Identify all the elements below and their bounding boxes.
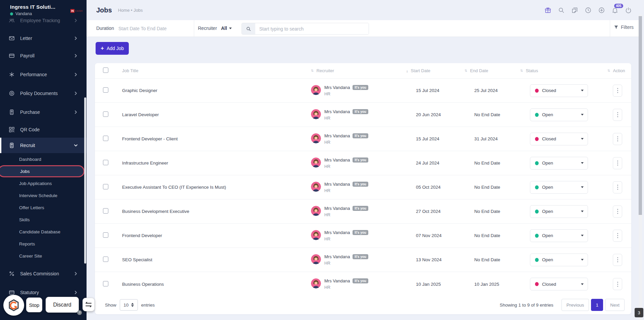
job-title[interactable]: Business Operations	[114, 282, 296, 287]
search-input[interactable]	[255, 23, 369, 34]
bell-icon[interactable]: 405	[611, 6, 619, 14]
row-checkbox[interactable]	[103, 160, 108, 165]
chevron-down-icon	[581, 162, 584, 164]
corner-badge[interactable]: 3	[635, 308, 643, 317]
notes-icon[interactable]	[571, 6, 578, 14]
job-title[interactable]: Laravel Developer	[114, 112, 296, 117]
submenu-item-jobs[interactable]: Jobs	[0, 165, 85, 177]
help-badge[interactable]: ?	[77, 310, 82, 315]
sidebar-item-recruit[interactable]: Recruit	[0, 138, 87, 153]
sidebar-scrollbar[interactable]	[84, 97, 86, 264]
job-title[interactable]: Infrastructure Engineer	[114, 161, 296, 166]
plus-circle-icon[interactable]	[598, 6, 605, 14]
power-icon[interactable]	[625, 6, 632, 14]
previous-page-button[interactable]: Previous	[561, 299, 589, 311]
row-actions-button[interactable]	[613, 157, 622, 169]
row-actions-button[interactable]	[613, 254, 622, 266]
submenu-item-skills[interactable]: Skills	[0, 214, 87, 226]
sidebar-item-qr-code[interactable]: QR Code	[0, 122, 87, 138]
next-page-button[interactable]: Next	[605, 299, 625, 311]
status-dropdown[interactable]: Open	[530, 254, 588, 266]
row-checkbox[interactable]	[103, 208, 108, 214]
row-actions-button[interactable]	[613, 205, 622, 218]
stop-button[interactable]: Stop	[26, 298, 42, 312]
column-start-date[interactable]: ↓Start Date	[400, 68, 459, 73]
row-actions-button[interactable]	[613, 181, 622, 193]
job-title[interactable]: Frontend Developer	[114, 233, 296, 238]
status-dropdown[interactable]: Closed	[530, 84, 588, 97]
submenu-item-offer-letters[interactable]: Offer Letters	[0, 201, 87, 214]
row-checkbox[interactable]	[103, 232, 108, 238]
job-title[interactable]: Executive Assistant To CEO (IT Experienc…	[114, 185, 296, 190]
status-dropdown[interactable]: Open	[530, 205, 588, 218]
row-checkbox[interactable]	[103, 281, 108, 286]
breadcrumb[interactable]: Home • Jobs	[118, 8, 143, 13]
sidebar-item-sales-commission[interactable]: Sales Commission	[0, 264, 87, 283]
swap-button[interactable]	[83, 298, 95, 311]
status-dropdown[interactable]: Open	[530, 157, 588, 170]
filters-button[interactable]: Filters	[614, 25, 634, 30]
sidebar-item-performance[interactable]: Performance	[0, 65, 87, 84]
submenu-item-reports[interactable]: Reports	[0, 238, 87, 250]
submenu-item-job-applications[interactable]: Job Applications	[0, 177, 87, 189]
avatar	[311, 278, 321, 288]
row-checkbox[interactable]	[103, 111, 108, 117]
status-dropdown[interactable]: Closed	[530, 278, 588, 290]
column-job-title[interactable]: Job Title	[114, 68, 296, 73]
row-checkbox[interactable]	[103, 257, 108, 262]
search-icon[interactable]	[557, 6, 565, 14]
discard-button[interactable]: Discard	[46, 297, 79, 313]
job-title[interactable]: Graphic Designer	[114, 88, 296, 93]
row-checkbox[interactable]	[103, 87, 108, 93]
recorder-logo[interactable]	[3, 295, 24, 316]
submenu-item-candidate-database[interactable]: Candidate Database	[0, 226, 87, 238]
row-actions-button[interactable]	[613, 278, 622, 290]
duration-input[interactable]	[118, 24, 189, 34]
clock-icon[interactable]	[584, 6, 592, 14]
row-actions-button[interactable]	[613, 109, 622, 121]
row-actions-button[interactable]	[613, 133, 622, 145]
submenu-item-career-site[interactable]: Career Site	[0, 250, 87, 262]
sidebar-item-letter[interactable]: Letter	[0, 30, 87, 46]
row-actions-button[interactable]	[613, 85, 622, 97]
status-dropdown[interactable]: Open	[530, 229, 588, 242]
row-checkbox[interactable]	[103, 184, 108, 189]
sort-icon[interactable]: ⇅	[520, 69, 523, 73]
swap-arrows-icon	[85, 302, 92, 308]
status-dropdown[interactable]: Closed	[530, 133, 588, 145]
add-job-button[interactable]: + Add Job	[96, 42, 129, 55]
sort-icon[interactable]: ⇅	[465, 69, 467, 73]
submenu-item-interview-schedule[interactable]: Interview Schedule	[0, 189, 87, 201]
search-icon	[242, 23, 255, 34]
status-dropdown[interactable]: Open	[530, 181, 588, 194]
table-header-row: Job Title ⇅Recruiter ↓Start Date ⇅End Da…	[95, 63, 631, 79]
status-dot	[535, 161, 539, 165]
recruiter-dropdown[interactable]: All	[221, 26, 232, 31]
page-scrollbar-thumb[interactable]	[639, 16, 642, 215]
sidebar-item-payroll[interactable]: Payroll	[0, 46, 87, 65]
page-size-select[interactable]: 10	[120, 299, 138, 311]
sort-icon[interactable]: ⇅	[311, 69, 314, 73]
sort-icon-active[interactable]: ↓	[406, 69, 408, 73]
table-row: Frontend Developer	[95, 224, 631, 248]
row-actions-button[interactable]	[613, 230, 622, 242]
column-end-date[interactable]: ⇅End Date	[459, 68, 518, 73]
sort-icon[interactable]: ⇅	[607, 69, 610, 73]
online-status-dot	[10, 12, 13, 15]
logo-cash: CASH	[75, 9, 83, 12]
submenu-item-dashboard[interactable]: Dashboard	[0, 153, 87, 165]
column-status[interactable]: ⇅Status	[518, 68, 598, 73]
sidebar-item-purchase[interactable]: Purchase	[0, 103, 87, 122]
gift-icon[interactable]	[544, 6, 551, 14]
row-checkbox[interactable]	[103, 136, 108, 141]
job-title[interactable]: SEO Specialist	[114, 257, 296, 262]
status-dropdown[interactable]: Open	[530, 108, 588, 121]
chevron-down-icon	[581, 186, 584, 188]
column-recruiter[interactable]: ⇅Recruiter	[296, 68, 400, 73]
page-1-button[interactable]: 1	[591, 299, 603, 311]
job-title[interactable]: Frontend Developer - Client	[114, 136, 296, 141]
sidebar-item-policy-documents[interactable]: Policy Documents	[0, 84, 87, 103]
select-all-checkbox[interactable]	[103, 67, 108, 73]
job-title[interactable]: Business Development Executive	[114, 209, 296, 214]
its-you-badge: It's you	[353, 182, 368, 187]
